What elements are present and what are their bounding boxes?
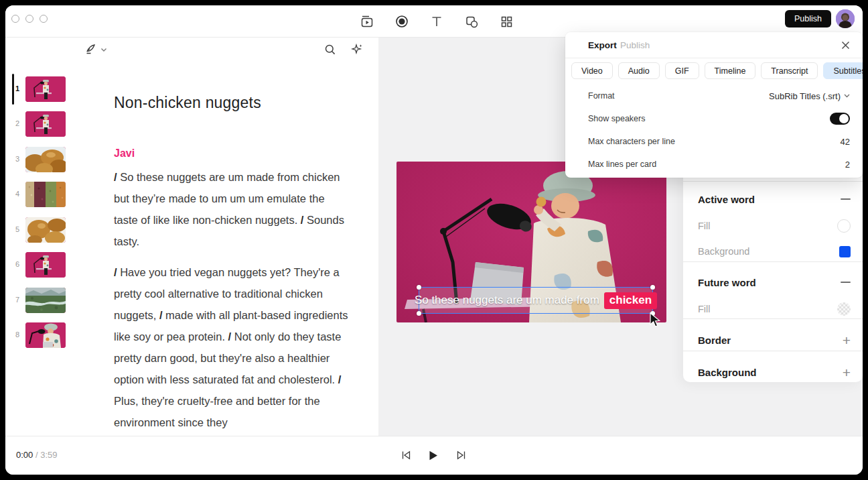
clip-thumbnail-nuggets[interactable]	[25, 147, 66, 172]
clip-number: 4	[11, 190, 24, 198]
shapes-icon[interactable]	[463, 13, 480, 29]
row-active-word-fill[interactable]: Fill	[683, 213, 863, 239]
window-minimize-button[interactable]	[25, 15, 33, 23]
transcript-document: Non-chicken nuggets Javi / So these nugg…	[72, 38, 378, 436]
clip-number: 7	[11, 296, 24, 304]
tab-video[interactable]: Video	[571, 62, 613, 79]
clip-row-5[interactable]: 5	[5, 217, 72, 243]
section-active-word[interactable]: Active word	[683, 186, 863, 212]
clip-rail: 1 2 3 4 5	[5, 38, 72, 436]
background-color-swatch[interactable]	[839, 246, 851, 257]
timecode: 0:00 / 3:59	[16, 450, 58, 460]
clip-number: 2	[11, 119, 24, 127]
publish-button[interactable]: Publish	[785, 10, 831, 27]
close-icon[interactable]	[841, 41, 850, 50]
window-zoom-button[interactable]	[40, 15, 48, 23]
clip-row-6[interactable]: 6	[5, 252, 72, 278]
transcript-paragraph[interactable]: / So these nuggets are um made from chic…	[114, 166, 350, 252]
option-show-speakers: Show speakers	[565, 107, 863, 130]
resize-handle[interactable]	[417, 285, 421, 290]
subtitle-text[interactable]: So these nuggets are um made fromchicken	[415, 292, 657, 309]
current-time: 0:00	[16, 450, 33, 460]
fill-swatch-empty[interactable]	[837, 219, 851, 233]
mouse-cursor	[650, 312, 662, 328]
add-plus-icon[interactable]: +	[843, 367, 851, 377]
clip-thumbnail-nuggets[interactable]	[25, 217, 66, 243]
export-popup: Export Publish Video Audio GIF Timeline …	[565, 32, 863, 178]
app-window: Publish 1 2 3	[5, 5, 863, 475]
collapse-minus-icon[interactable]	[841, 282, 851, 283]
section-background[interactable]: Background +	[683, 359, 863, 385]
add-plus-icon[interactable]: +	[843, 335, 851, 345]
clip-number: 6	[11, 260, 24, 268]
clip-thumbnail-landscape[interactable]	[25, 288, 66, 313]
skip-to-end-icon[interactable]	[451, 446, 470, 465]
skip-to-start-icon[interactable]	[396, 446, 415, 465]
window-close-button[interactable]	[11, 15, 19, 23]
clip-thumbnail-host-closeup[interactable]	[25, 322, 66, 348]
option-format: Format SubRib Titles (.srt)	[565, 84, 863, 107]
media-library-icon[interactable]	[359, 13, 375, 29]
duration: 3:59	[40, 450, 57, 460]
fill-swatch-transparent[interactable]	[837, 302, 851, 316]
option-max-chars: Max characters per line 42	[565, 130, 863, 153]
tab-transcript[interactable]: Transcript	[761, 62, 818, 79]
clip-thumbnail-beans[interactable]	[25, 182, 66, 207]
clip-row-2[interactable]: 2	[5, 111, 72, 137]
play-icon[interactable]	[424, 446, 443, 465]
clip-number: 5	[11, 225, 24, 233]
clip-row-8[interactable]: 8	[5, 322, 72, 348]
tab-publish[interactable]: Publish	[620, 40, 650, 50]
export-format-tabs: Video Audio GIF Timeline Transcript Subt…	[571, 62, 863, 79]
page-title: Non-chicken nuggets	[114, 94, 261, 112]
show-speakers-toggle[interactable]	[830, 113, 850, 125]
avatar[interactable]	[836, 9, 855, 28]
clip-number: 8	[11, 331, 24, 339]
transport-bar: 0:00 / 3:59	[5, 436, 863, 475]
compose-quill-icon[interactable]	[84, 43, 98, 56]
clip-thumbnail-host-pink[interactable]	[25, 111, 66, 137]
clip-row-7[interactable]: 7	[5, 288, 72, 313]
row-active-word-background[interactable]: Background	[683, 239, 863, 264]
record-icon[interactable]	[394, 13, 410, 29]
chevron-down-icon[interactable]	[100, 48, 107, 52]
clip-thumbnail-host-pink[interactable]	[25, 252, 66, 278]
tab-export[interactable]: Export	[588, 40, 617, 50]
clip-row-4[interactable]: 4	[5, 182, 72, 207]
max-lines-value[interactable]: 2	[845, 160, 850, 170]
clip-row-3[interactable]: 3	[5, 147, 72, 172]
clip-row-1[interactable]: 1	[5, 76, 72, 102]
clip-number: 1	[11, 84, 24, 93]
search-icon[interactable]	[324, 44, 336, 56]
layout-grid-icon[interactable]	[498, 13, 514, 29]
tab-timeline[interactable]: Timeline	[705, 62, 756, 79]
subtitle-selection-box[interactable]: So these nuggets are um made fromchicken	[419, 287, 653, 314]
clip-thumbnail-host-pink[interactable]	[25, 76, 66, 102]
tab-gif[interactable]: GIF	[665, 62, 699, 79]
option-max-lines: Max lines per card 2	[565, 153, 863, 176]
resize-handle[interactable]	[650, 285, 655, 290]
export-popup-header: Export Publish	[565, 32, 863, 58]
tab-subtitles[interactable]: Subtitles	[823, 62, 863, 79]
max-chars-value[interactable]: 42	[841, 137, 850, 147]
ai-sparkle-icon[interactable]	[351, 43, 364, 56]
format-select[interactable]: SubRib Titles (.srt)	[769, 91, 850, 101]
active-word-highlight: chicken	[604, 292, 657, 309]
collapse-minus-icon[interactable]	[841, 198, 851, 200]
resize-handle[interactable]	[417, 311, 421, 316]
speaker-label[interactable]: Javi	[114, 147, 135, 160]
clip-number: 3	[11, 155, 24, 163]
section-future-word[interactable]: Future word	[683, 269, 863, 295]
tab-audio[interactable]: Audio	[618, 62, 660, 79]
transcript-paragraph[interactable]: / Have you tried vegan nuggets yet? They…	[114, 261, 350, 433]
chevron-down-icon	[844, 94, 850, 98]
section-border[interactable]: Border +	[683, 327, 863, 353]
text-tool-icon[interactable]	[429, 13, 445, 29]
